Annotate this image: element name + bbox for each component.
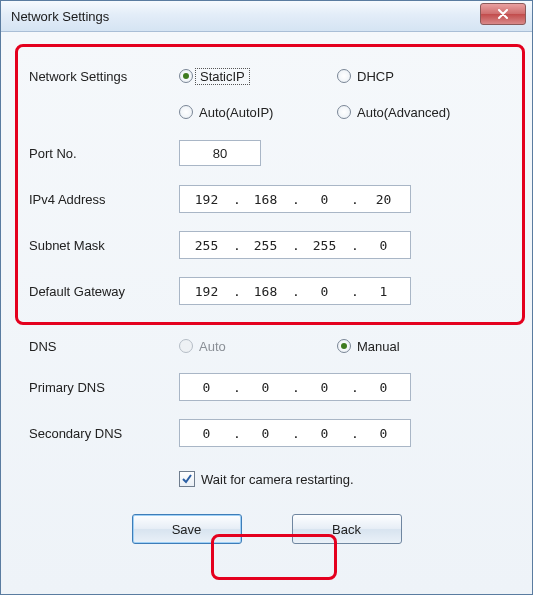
label-ipv4: IPv4 Address <box>21 192 179 207</box>
label-gateway: Default Gateway <box>21 284 179 299</box>
label-dns: DNS <box>21 339 179 354</box>
row-port: Port No. 80 <box>21 130 512 176</box>
button-row: Save Back <box>21 514 512 544</box>
radio-staticip <box>179 69 193 83</box>
row-network-mode-1: Network Settings StaticIP DHCP <box>21 58 512 94</box>
radio-dhcp <box>337 69 351 83</box>
row-dns-mode: DNS Auto Manual <box>21 328 512 364</box>
ipv4-o2: 168 <box>246 192 286 207</box>
row-wait-restart[interactable]: Wait for camera restarting. <box>179 462 512 496</box>
ipv4-o3: 0 <box>305 192 345 207</box>
gateway-o3: 0 <box>305 284 345 299</box>
radio-label-dns-auto: Auto <box>199 339 226 354</box>
pdns-o4: 0 <box>364 380 404 395</box>
row-secondary-dns: Secondary DNS 0. 0. 0. 0 <box>21 410 512 456</box>
radio-option-dns-auto: Auto <box>179 339 329 354</box>
dialog-body: Network Settings StaticIP DHCP Auto(Auto… <box>1 32 532 594</box>
pdns-o3: 0 <box>305 380 345 395</box>
radio-autoip <box>179 105 193 119</box>
radio-dns-manual <box>337 339 351 353</box>
secondary-dns-input[interactable]: 0. 0. 0. 0 <box>179 419 411 447</box>
pdns-o2: 0 <box>246 380 286 395</box>
label-port: Port No. <box>21 146 179 161</box>
row-network-mode-2: Auto(AutoIP) Auto(Advanced) <box>21 94 512 130</box>
radio-label-dhcp: DHCP <box>357 69 394 84</box>
subnet-o3: 255 <box>305 238 345 253</box>
label-network-settings: Network Settings <box>21 69 179 84</box>
sdns-o1: 0 <box>187 426 227 441</box>
primary-dns-input[interactable]: 0. 0. 0. 0 <box>179 373 411 401</box>
gateway-o2: 168 <box>246 284 286 299</box>
pdns-o1: 0 <box>187 380 227 395</box>
subnet-input[interactable]: 255. 255. 255. 0 <box>179 231 411 259</box>
radio-option-staticip[interactable]: StaticIP <box>179 68 329 85</box>
gateway-o4: 1 <box>364 284 404 299</box>
port-input[interactable]: 80 <box>179 140 261 166</box>
network-settings-window: Network Settings Network Settings Static… <box>0 0 533 595</box>
checkmark-icon <box>181 473 193 485</box>
sdns-o2: 0 <box>246 426 286 441</box>
subnet-o1: 255 <box>187 238 227 253</box>
sdns-o4: 0 <box>364 426 404 441</box>
ipv4-o1: 192 <box>187 192 227 207</box>
back-button[interactable]: Back <box>292 514 402 544</box>
radio-option-autoadv[interactable]: Auto(Advanced) <box>337 105 487 120</box>
close-button[interactable] <box>480 3 526 25</box>
ipv4-input[interactable]: 192. 168. 0. 20 <box>179 185 411 213</box>
radio-autoadv <box>337 105 351 119</box>
subnet-o4: 0 <box>364 238 404 253</box>
titlebar: Network Settings <box>1 1 532 32</box>
row-primary-dns: Primary DNS 0. 0. 0. 0 <box>21 364 512 410</box>
window-title: Network Settings <box>11 9 109 24</box>
radio-label-dns-manual: Manual <box>357 339 400 354</box>
sdns-o3: 0 <box>305 426 345 441</box>
save-button-label: Save <box>172 522 202 537</box>
save-button[interactable]: Save <box>132 514 242 544</box>
row-ipv4: IPv4 Address 192. 168. 0. 20 <box>21 176 512 222</box>
radio-dns-auto <box>179 339 193 353</box>
row-subnet: Subnet Mask 255. 255. 255. 0 <box>21 222 512 268</box>
gateway-o1: 192 <box>187 284 227 299</box>
checkbox-wait-restart <box>179 471 195 487</box>
label-secondary-dns: Secondary DNS <box>21 426 179 441</box>
checkbox-label-wait-restart: Wait for camera restarting. <box>201 472 354 487</box>
gateway-input[interactable]: 192. 168. 0. 1 <box>179 277 411 305</box>
radio-label-staticip: StaticIP <box>195 68 250 85</box>
label-primary-dns: Primary DNS <box>21 380 179 395</box>
radio-label-autoadv: Auto(Advanced) <box>357 105 450 120</box>
radio-option-dns-manual[interactable]: Manual <box>337 339 487 354</box>
close-icon <box>497 9 509 19</box>
subnet-o2: 255 <box>246 238 286 253</box>
label-subnet: Subnet Mask <box>21 238 179 253</box>
back-button-label: Back <box>332 522 361 537</box>
radio-label-autoip: Auto(AutoIP) <box>199 105 273 120</box>
radio-option-autoip[interactable]: Auto(AutoIP) <box>179 105 329 120</box>
port-value: 80 <box>213 146 227 161</box>
row-gateway: Default Gateway 192. 168. 0. 1 <box>21 268 512 314</box>
radio-option-dhcp[interactable]: DHCP <box>337 69 487 84</box>
ipv4-o4: 20 <box>364 192 404 207</box>
